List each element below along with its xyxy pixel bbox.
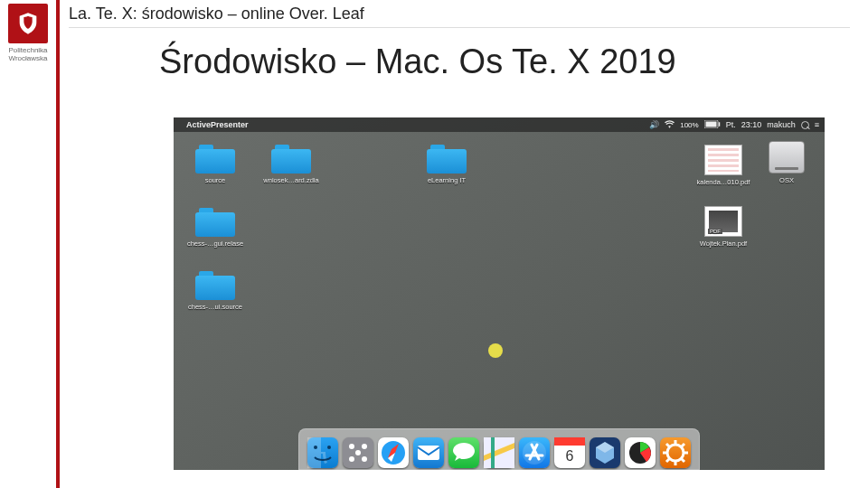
page-title: Środowisko – Mac. Os Te. X 2019 xyxy=(69,28,850,89)
breadcrumb: La. Te. X: środowisko – online Over. Lea… xyxy=(69,0,850,28)
volume-icon[interactable]: 🔊 xyxy=(649,120,659,129)
university-line2: Wrocławska xyxy=(8,55,47,63)
desktop-folder[interactable]: chess-…ui.source xyxy=(186,271,244,311)
svg-point-9 xyxy=(355,450,361,455)
desktop-drive[interactable]: OSX xyxy=(758,141,816,184)
desktop-file[interactable]: Wojtek.Plan.pdf xyxy=(694,206,752,248)
mac-menubar: ActivePresenter 🔊 100% Pt. 23:10 makuch xyxy=(174,117,825,132)
menubar-app-name[interactable]: ActivePresenter xyxy=(186,120,249,129)
macos-screenshot: ActivePresenter 🔊 100% Pt. 23:10 makuch xyxy=(174,117,825,470)
desktop-folder[interactable]: eLearning IT xyxy=(418,145,476,184)
wifi-icon[interactable] xyxy=(665,120,675,130)
svg-rect-12 xyxy=(418,446,439,460)
dock-launchpad-icon[interactable] xyxy=(343,437,373,468)
mac-dock: 6 xyxy=(298,428,700,470)
dock-finder-icon[interactable] xyxy=(307,437,338,468)
svg-rect-2 xyxy=(718,122,720,127)
menubar-weekday[interactable]: Pt. xyxy=(726,120,736,129)
svg-point-3 xyxy=(314,446,317,449)
svg-point-7 xyxy=(349,456,354,462)
dock-maps-icon[interactable] xyxy=(484,437,514,468)
desktop-folder[interactable]: chess-…gui.relase xyxy=(186,208,244,248)
folder-label: source xyxy=(186,176,244,184)
folder-icon xyxy=(271,145,311,174)
svg-point-8 xyxy=(362,456,367,462)
dock-calendar-icon[interactable]: 6 xyxy=(554,437,585,468)
drive-label: OSX xyxy=(758,176,816,184)
folder-icon xyxy=(427,145,467,174)
file-label: Wojtek.Plan.pdf xyxy=(694,239,752,248)
dock-mail-icon[interactable] xyxy=(413,437,444,468)
spotlight-icon[interactable] xyxy=(801,121,809,129)
slide-root: Politechnika Wrocławska La. Te. X: środo… xyxy=(0,0,868,488)
desktop-folder[interactable]: wniosek…ard.zdia xyxy=(262,145,320,184)
dock-appstore-icon[interactable] xyxy=(519,437,550,468)
svg-point-4 xyxy=(327,446,331,449)
svg-text:6: 6 xyxy=(566,448,574,464)
dock-virtualbox-icon[interactable] xyxy=(590,437,620,468)
university-crest-icon xyxy=(8,4,48,43)
desktop-folder[interactable]: source xyxy=(186,145,244,184)
pdf-file-icon xyxy=(704,206,742,237)
main-area: La. Te. X: środowisko – online Over. Lea… xyxy=(56,0,868,488)
menubar-user[interactable]: makuch xyxy=(767,120,796,129)
shield-eagle-icon xyxy=(15,11,41,36)
folder-icon xyxy=(195,145,235,174)
svg-point-5 xyxy=(349,444,354,449)
battery-percent: 100% xyxy=(680,121,698,129)
dock-messages-icon[interactable] xyxy=(448,437,479,468)
svg-point-6 xyxy=(362,444,367,449)
svg-rect-1 xyxy=(705,121,716,127)
left-sidebar: Politechnika Wrocławska xyxy=(0,0,56,488)
folder-label: chess-…gui.relase xyxy=(186,239,244,248)
file-label: kalenda…010.pdf xyxy=(694,178,752,186)
dock-safari-icon[interactable] xyxy=(378,437,409,468)
folder-label: chess-…ui.source xyxy=(186,303,244,311)
folder-label: wniosek…ard.zdia xyxy=(262,176,320,184)
folder-label: eLearning IT xyxy=(418,176,476,184)
folder-icon xyxy=(195,208,235,237)
notification-center-icon[interactable]: ≡ xyxy=(815,120,819,129)
desktop-file[interactable]: kalenda…010.pdf xyxy=(694,145,752,186)
dock-activity-icon[interactable] xyxy=(625,437,656,468)
folder-icon xyxy=(195,271,235,300)
svg-rect-15 xyxy=(554,437,585,446)
menubar-time[interactable]: 23:10 xyxy=(741,120,762,129)
university-name: Politechnika Wrocławska xyxy=(8,47,47,63)
cursor-highlight-icon xyxy=(488,343,503,358)
spreadsheet-file-icon xyxy=(704,145,742,175)
dock-preferences-icon[interactable] xyxy=(660,437,691,468)
harddrive-icon xyxy=(769,141,805,174)
battery-icon[interactable] xyxy=(704,120,721,130)
